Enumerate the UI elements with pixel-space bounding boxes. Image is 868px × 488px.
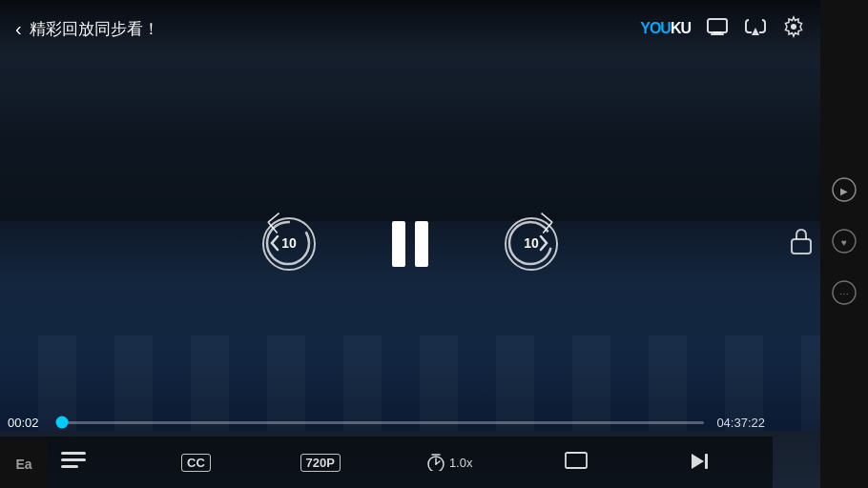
svg-rect-0 xyxy=(708,19,727,32)
video-title: 精彩回放同步看！ xyxy=(30,18,159,40)
top-bar: ‹ 精彩回放同步看！ YOUKU xyxy=(0,0,820,57)
top-right-icons: YOUKU xyxy=(640,15,805,43)
quality-button[interactable]: 720P xyxy=(300,454,341,472)
right-panel-icon-3[interactable]: ⋯ xyxy=(831,279,858,312)
screen-button[interactable] xyxy=(557,452,595,474)
logo-white: KU xyxy=(671,20,691,36)
youku-logo: YOUKU xyxy=(640,20,691,37)
next-icon xyxy=(689,452,710,474)
pause-button[interactable] xyxy=(392,221,428,267)
svg-rect-6 xyxy=(61,452,86,455)
back-button[interactable]: ‹ xyxy=(15,18,22,40)
ea-label: Ea xyxy=(0,440,48,488)
svg-rect-12 xyxy=(792,239,811,254)
right-panel-icon-1[interactable]: ▶ xyxy=(831,176,858,209)
progress-area: 00:02 04:37:22 xyxy=(0,409,773,436)
lock-icon-container xyxy=(784,227,818,261)
cc-button[interactable]: CC xyxy=(177,454,216,472)
svg-text:♥: ♥ xyxy=(841,237,847,248)
logo-colored: YOU xyxy=(640,20,671,36)
next-button[interactable] xyxy=(680,452,718,474)
screen-icon xyxy=(565,452,588,474)
forward-button[interactable]: 10 xyxy=(505,217,558,271)
bottom-controls-bar: CC 720P 1.0x xyxy=(0,437,773,488)
right-panel-icon-2[interactable]: ♥ xyxy=(831,228,858,260)
cc-badge: CC xyxy=(181,454,211,472)
speed-label: 1.0x xyxy=(449,456,473,470)
svg-rect-8 xyxy=(61,465,78,468)
speed-button[interactable]: 1.0x xyxy=(425,454,473,471)
cast-icon[interactable] xyxy=(706,17,729,41)
forward-label: 10 xyxy=(524,235,539,251)
progress-dot xyxy=(56,417,69,429)
svg-rect-1 xyxy=(713,31,721,33)
center-controls: 10 10 xyxy=(262,217,558,271)
svg-rect-11 xyxy=(705,454,708,469)
svg-rect-10 xyxy=(566,453,587,468)
quality-badge: 720P xyxy=(300,454,341,472)
list-icon xyxy=(61,450,86,475)
pause-bar-right xyxy=(415,221,428,267)
settings-icon[interactable] xyxy=(782,15,805,43)
svg-text:⋯: ⋯ xyxy=(839,289,849,299)
pause-bar-left xyxy=(392,221,405,267)
video-player: ‹ 精彩回放同步看！ YOUKU xyxy=(0,0,820,488)
svg-text:▶: ▶ xyxy=(840,186,848,196)
time-current: 00:02 xyxy=(8,416,48,430)
svg-rect-7 xyxy=(61,458,86,461)
svg-point-3 xyxy=(791,24,796,30)
rewind-button[interactable]: 10 xyxy=(262,217,316,271)
top-left: ‹ 精彩回放同步看！ xyxy=(15,18,159,40)
list-icon-button[interactable] xyxy=(54,450,93,475)
airplay-icon[interactable] xyxy=(744,16,767,42)
svg-rect-2 xyxy=(711,33,724,35)
right-panel: ▶ ♥ ⋯ xyxy=(820,0,868,488)
speed-badge: 1.0x xyxy=(425,454,473,471)
time-total: 04:37:22 xyxy=(713,416,765,430)
progress-bar[interactable] xyxy=(57,421,704,424)
rewind-label: 10 xyxy=(281,235,297,251)
lock-icon[interactable] xyxy=(789,227,814,261)
